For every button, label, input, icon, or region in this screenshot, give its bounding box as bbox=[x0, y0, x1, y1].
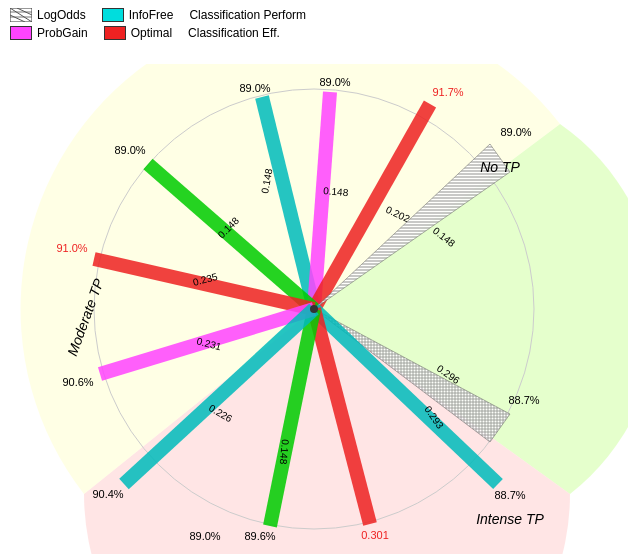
intense-val2-top: 88.7% bbox=[494, 489, 525, 501]
intense-val3-top: 0.301 bbox=[361, 529, 389, 541]
legend-classperf: Classification Perform bbox=[189, 8, 306, 22]
intense-val1-top: 88.7% bbox=[508, 394, 539, 406]
intense-val4-top: 89.6% bbox=[244, 530, 275, 542]
legend-optimal: Optimal bbox=[104, 26, 172, 40]
notp-val1-top: 89.0% bbox=[239, 82, 270, 94]
legend-classeff: Classification Eff. bbox=[188, 26, 280, 40]
logodds-label: LogOdds bbox=[37, 8, 86, 22]
notp-val2-inner: 0.148 bbox=[323, 185, 349, 198]
notp-val3-top: 91.7% bbox=[432, 86, 463, 98]
optimal-icon bbox=[104, 26, 126, 40]
legend-row-2: ProbGain Optimal Classification Eff. bbox=[10, 26, 306, 40]
legend: LogOdds InfoFree Classification Perform … bbox=[10, 8, 306, 40]
notp-section-label: No TP bbox=[480, 159, 520, 175]
legend-row-1: LogOdds InfoFree Classification Perform bbox=[10, 8, 306, 22]
legend-probgain: ProbGain bbox=[10, 26, 88, 40]
optimal-label: Optimal bbox=[131, 26, 172, 40]
probgain-icon bbox=[10, 26, 32, 40]
intensetp-spoke-5: 89.0% bbox=[189, 530, 220, 542]
classeff-label: Classification Eff. bbox=[188, 26, 280, 40]
classeff-icon bbox=[10, 8, 32, 22]
polar-chart: 89.0% 0.148 89.0% 0.148 91.7% 0.202 89.0… bbox=[0, 64, 628, 554]
mod-val4-top: 90.4% bbox=[92, 488, 123, 500]
legend-infofree: InfoFree bbox=[102, 8, 174, 22]
center-dot bbox=[310, 305, 318, 313]
intense-val4-inner: 0.148 bbox=[278, 439, 291, 465]
infofree-icon bbox=[102, 8, 124, 22]
mod-val3-top: 90.6% bbox=[62, 376, 93, 388]
classperf-label: Classification Perform bbox=[189, 8, 306, 22]
notp-val2-top: 89.0% bbox=[319, 76, 350, 88]
mod-val2-top: 91.0% bbox=[56, 242, 87, 254]
infofree-label: InfoFree bbox=[129, 8, 174, 22]
mod-val1-top: 89.0% bbox=[114, 144, 145, 156]
probgain-label: ProbGain bbox=[37, 26, 88, 40]
intensetp-section-label: Intense TP bbox=[476, 511, 544, 527]
main-container: LogOdds InfoFree Classification Perform … bbox=[0, 0, 628, 554]
notp-val4-top: 89.0% bbox=[500, 126, 531, 138]
intense-val5-top: 89.0% bbox=[189, 530, 220, 542]
